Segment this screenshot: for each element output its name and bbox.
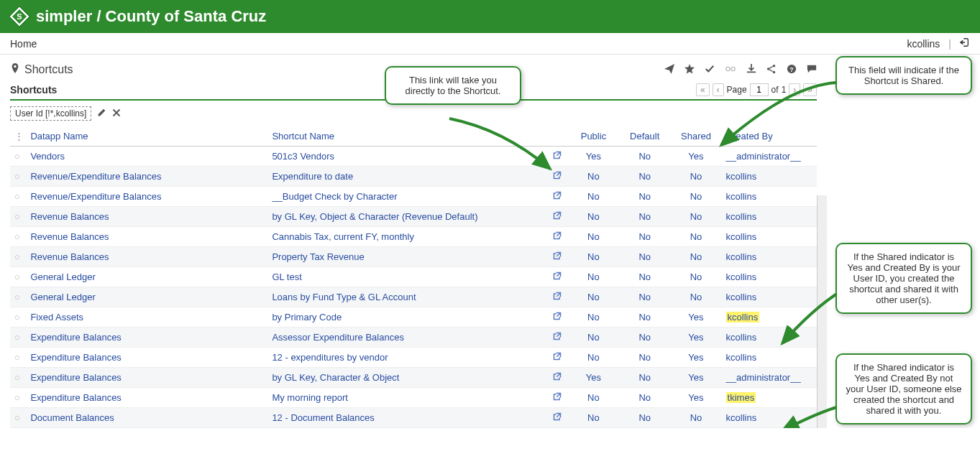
table-row[interactable]: ○Expenditure Balances12 - expenditures b… [10,348,817,368]
row-handle-icon[interactable]: ○ [10,348,26,368]
cell-shortcut[interactable]: Assessor Expenditure Balances [267,328,546,348]
cell-datapp[interactable]: Revenue Balances [26,207,267,227]
star-icon[interactable] [684,64,695,76]
open-link-icon[interactable] [546,368,568,388]
cell-datapp[interactable]: Revenue/Expenditure Balances [26,187,267,207]
cell-shared: Yes [670,307,721,328]
cell-public: No [568,247,619,267]
cell-datapp[interactable]: Expenditure Balances [26,388,267,408]
cell-datapp[interactable]: Vendors [26,147,267,167]
filter-chip[interactable]: User Id [!*,kcollins] [10,106,91,121]
cell-shortcut[interactable]: by GL Key, Object & Character (Revenue D… [267,207,546,227]
cell-datapp[interactable]: Revenue/Expenditure Balances [26,167,267,187]
table-row[interactable]: ○Expenditure Balancesby GL Key, Characte… [10,368,817,388]
col-handle[interactable]: ⋮ [10,126,26,147]
svg-text:?: ? [789,65,793,73]
comment-icon[interactable] [807,64,817,76]
open-link-icon[interactable] [546,187,568,207]
open-link-icon[interactable] [546,328,568,348]
download-icon[interactable] [746,64,756,76]
shortcuts-table: ⋮ Datapp Name Shortcut Name Public Defau… [10,126,817,428]
open-link-icon[interactable] [546,287,568,307]
table-row[interactable]: ○General LedgerGL testNoNoNokcollins [10,267,817,287]
open-link-icon[interactable] [546,307,568,328]
current-user[interactable]: kcollins [907,38,940,50]
table-row[interactable]: ○Revenue BalancesCannabis Tax, current F… [10,227,817,247]
cell-default: No [619,388,670,408]
row-handle-icon[interactable]: ○ [10,328,26,348]
table-row[interactable]: ○Vendors501c3 VendorsYesNoYes__administr… [10,147,817,167]
row-handle-icon[interactable]: ○ [10,408,26,428]
table-row[interactable]: ○Document Balances12 - Document Balances… [10,408,817,428]
open-link-icon[interactable] [546,207,568,227]
cell-public: No [568,408,619,428]
cell-shortcut[interactable]: 12 - expenditures by vendor [267,348,546,368]
cell-shared: No [670,408,721,428]
breadcrumb-home[interactable]: Home [10,38,37,50]
cell-shortcut[interactable]: Cannabis Tax, current FY, monthly [267,227,546,247]
open-link-icon[interactable] [546,247,568,267]
send-icon[interactable] [664,64,674,76]
table-row[interactable]: ○Fixed Assetsby Primary CodeNoNoYeskcoll… [10,307,817,328]
row-handle-icon[interactable]: ○ [10,388,26,408]
table-row[interactable]: ○Revenue BalancesProperty Tax RevenueNoN… [10,247,817,267]
row-handle-icon[interactable]: ○ [10,207,26,227]
cell-shortcut[interactable]: GL test [267,267,546,287]
row-handle-icon[interactable]: ○ [10,307,26,328]
help-icon[interactable]: ? [787,64,797,76]
cell-datapp[interactable]: General Ledger [26,287,267,307]
row-handle-icon[interactable]: ○ [10,247,26,267]
cell-datapp[interactable]: Expenditure Balances [26,328,267,348]
open-link-icon[interactable] [546,227,568,247]
cell-default: No [619,328,670,348]
col-datapp[interactable]: Datapp Name [26,126,267,147]
row-handle-icon[interactable]: ○ [10,368,26,388]
cell-default: No [619,167,670,187]
pin-icon [10,63,20,76]
callout-shared-field: This field will indicate if the Shortcut… [835,56,972,95]
cell-shortcut[interactable]: 12 - Document Balances [267,408,546,428]
cell-datapp[interactable]: Expenditure Balances [26,348,267,368]
cell-datapp[interactable]: Expenditure Balances [26,368,267,388]
cell-shortcut[interactable]: Property Tax Revenue [267,247,546,267]
pager-first[interactable]: « [696,83,710,96]
cell-shortcut[interactable]: by Primary Code [267,307,546,328]
cell-shortcut[interactable]: by GL Key, Character & Object [267,368,546,388]
table-row[interactable]: ○Revenue/Expenditure Balances__Budget Ch… [10,187,817,207]
clear-filter-icon[interactable] [112,108,121,119]
cell-datapp[interactable]: Revenue Balances [26,247,267,267]
table-row[interactable]: ○Expenditure BalancesAssessor Expenditur… [10,328,817,348]
cell-created: __administrator__ [722,368,817,388]
col-default[interactable]: Default [619,126,670,147]
cell-shortcut[interactable]: __Budget Check by Character [267,187,546,207]
cell-datapp[interactable]: Document Balances [26,408,267,428]
open-link-icon[interactable] [546,348,568,368]
table-row[interactable]: ○Revenue Balancesby GL Key, Object & Cha… [10,207,817,227]
open-link-icon[interactable] [546,267,568,287]
edit-filter-icon[interactable] [97,108,106,119]
logout-icon[interactable] [960,37,970,50]
table-row[interactable]: ○Revenue/Expenditure BalancesExpenditure… [10,167,817,187]
cell-shortcut[interactable]: My morning report [267,388,546,408]
open-link-icon[interactable] [546,388,568,408]
cell-created: kcollins [722,247,817,267]
table-row[interactable]: ○Expenditure BalancesMy morning reportNo… [10,388,817,408]
cell-datapp[interactable]: Fixed Assets [26,307,267,328]
cell-datapp[interactable]: Revenue Balances [26,227,267,247]
row-handle-icon[interactable]: ○ [10,147,26,167]
cell-default: No [619,247,670,267]
col-shared[interactable]: Shared [670,126,721,147]
cell-public: No [568,287,619,307]
open-link-icon[interactable] [546,408,568,428]
row-handle-icon[interactable]: ○ [10,287,26,307]
row-handle-icon[interactable]: ○ [10,227,26,247]
cell-datapp[interactable]: General Ledger [26,267,267,287]
check-icon[interactable] [705,64,715,76]
row-handle-icon[interactable]: ○ [10,187,26,207]
share-icon[interactable] [766,64,777,76]
row-handle-icon[interactable]: ○ [10,267,26,287]
row-handle-icon[interactable]: ○ [10,167,26,187]
cell-shortcut[interactable]: Loans by Fund Type & GL Account [267,287,546,307]
table-row[interactable]: ○General LedgerLoans by Fund Type & GL A… [10,287,817,307]
col-public[interactable]: Public [568,126,619,147]
